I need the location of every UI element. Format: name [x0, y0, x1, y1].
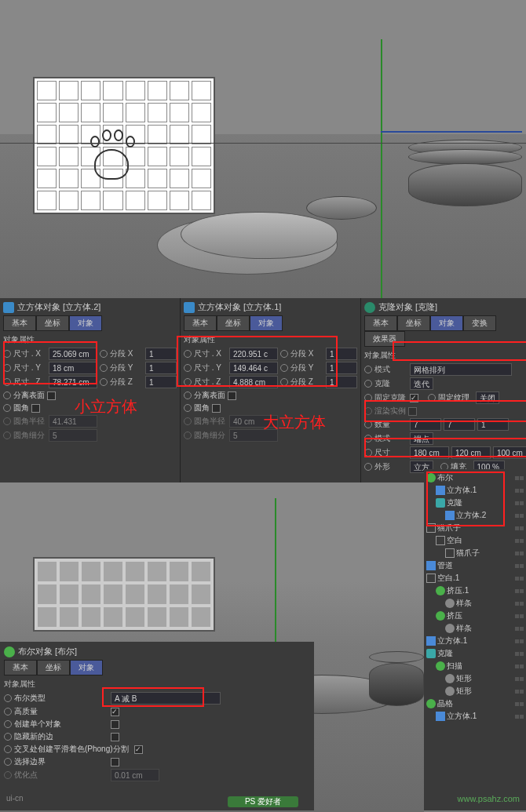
- seg-y-input[interactable]: [145, 362, 177, 374]
- tree-item-icon: [426, 523, 436, 533]
- size-x-input[interactable]: [49, 348, 97, 360]
- size-y-input[interactable]: [451, 446, 491, 459]
- tree-item-label: 矩形: [456, 686, 472, 697]
- seg-z-input[interactable]: [326, 376, 357, 388]
- size-x-input[interactable]: [229, 348, 278, 360]
- tree-item[interactable]: 空白: [426, 534, 524, 547]
- tab-basic[interactable]: 基本: [4, 660, 37, 675]
- tree-item-icon: [445, 674, 455, 683]
- tree-item[interactable]: 立方体.1: [426, 484, 524, 497]
- seg-y-input[interactable]: [326, 362, 357, 374]
- fixtex-select[interactable]: 关闭: [476, 391, 499, 404]
- clone-select[interactable]: 迭代: [410, 377, 433, 390]
- hide-checkbox[interactable]: [111, 733, 119, 741]
- seg-x-input[interactable]: [326, 348, 357, 360]
- phong-checkbox[interactable]: [134, 745, 143, 754]
- tree-item-label: 矩形: [456, 673, 472, 684]
- tree-item-icon: [436, 586, 445, 595]
- selbound-checkbox[interactable]: [111, 758, 119, 766]
- tree-item-icon: [436, 486, 445, 495]
- bowl-shape: [408, 140, 522, 206]
- panel-cube-small: 立方体对象 [立方体.2] 基本 坐标 对象 对象属性 尺寸 . X分段 X 尺…: [0, 298, 181, 482]
- panel-title: 布尔对象 [布尔]: [18, 646, 77, 657]
- tree-item-label: 立方体.1: [447, 711, 477, 722]
- booltype-select[interactable]: A 减 B: [111, 692, 221, 705]
- attribute-panels: 立方体对象 [立方体.2] 基本 坐标 对象 对象属性 尺寸 . X分段 X 尺…: [0, 298, 526, 482]
- tree-item[interactable]: 扫描: [426, 660, 524, 672]
- fillet-sub-input: [49, 429, 97, 442]
- tab-basic[interactable]: 基本: [184, 315, 217, 331]
- tree-item[interactable]: 布尔: [426, 472, 524, 484]
- single-checkbox[interactable]: [111, 720, 119, 729]
- viewport-top[interactable]: [0, 0, 526, 298]
- tree-item[interactable]: 克隆: [426, 647, 524, 660]
- count-z-input[interactable]: [477, 418, 509, 431]
- tree-item[interactable]: 立方体.2: [426, 509, 524, 522]
- tree-item-icon: [426, 636, 436, 646]
- size-z-input[interactable]: [229, 376, 278, 388]
- count-y-input[interactable]: [444, 418, 475, 431]
- tab-coord[interactable]: 坐标: [217, 315, 250, 331]
- size-y-input[interactable]: [49, 362, 97, 374]
- tree-item[interactable]: 晶格: [426, 697, 524, 710]
- tab-object[interactable]: 对象: [250, 315, 283, 331]
- tab-coord[interactable]: 坐标: [37, 660, 70, 675]
- object-manager[interactable]: 布尔立方体.1克隆立方体.2猫爪子空白猫爪子管道空白.1挤压.1样条挤压样条立方…: [424, 469, 526, 810]
- tree-item[interactable]: 挤压.1: [426, 584, 524, 597]
- tree-item[interactable]: 管道: [426, 559, 524, 572]
- section-label: 对象属性: [3, 334, 177, 345]
- tree-item[interactable]: 猫爪子: [426, 547, 524, 559]
- tree-item-label: 管道: [437, 560, 453, 571]
- separate-checkbox[interactable]: [228, 391, 236, 400]
- tree-item[interactable]: 猫爪子: [426, 522, 524, 534]
- size-x-input[interactable]: [410, 446, 449, 459]
- tab-basic[interactable]: 基本: [364, 315, 397, 331]
- tree-item[interactable]: 立方体.1: [426, 710, 524, 723]
- tab-basic[interactable]: 基本: [3, 315, 36, 331]
- tree-item[interactable]: 克隆: [426, 497, 524, 509]
- tree-item[interactable]: 样条: [426, 622, 524, 635]
- tree-item[interactable]: 样条: [426, 597, 524, 610]
- section-label: 对象属性: [364, 350, 526, 361]
- watermark-left: ui-cn: [6, 794, 24, 803]
- mode-select[interactable]: 网格排列: [410, 363, 512, 376]
- tab-transform[interactable]: 变换: [463, 315, 496, 331]
- seg-x-input[interactable]: [145, 348, 177, 360]
- tree-item[interactable]: 挤压: [426, 610, 524, 622]
- tab-effector[interactable]: 效果器: [364, 331, 405, 347]
- tree-item[interactable]: 空白.1: [426, 572, 524, 584]
- tree-item-icon: [426, 699, 436, 708]
- tree-item[interactable]: 立方体.1: [426, 635, 524, 647]
- tab-coord[interactable]: 坐标: [397, 315, 430, 331]
- seg-z-input[interactable]: [145, 376, 177, 388]
- separate-checkbox[interactable]: [47, 391, 56, 400]
- tree-item[interactable]: 矩形: [426, 685, 524, 697]
- hq-checkbox[interactable]: [111, 708, 119, 716]
- fixclone-checkbox[interactable]: [410, 394, 418, 402]
- size-y-input[interactable]: [229, 362, 278, 374]
- cube-icon: [3, 302, 14, 313]
- axis-z: [381, 131, 522, 133]
- panel-clone: 克隆对象 [克隆] 基本 坐标 对象 变换 效果器 对象属性 模式网格排列 克隆…: [361, 298, 526, 482]
- size-z-input[interactable]: [49, 376, 97, 388]
- tree-item-icon: [445, 548, 455, 558]
- axis-y: [381, 39, 382, 298]
- tree-item-label: 样条: [456, 598, 472, 609]
- tree-item-icon: [445, 511, 455, 520]
- tree-item[interactable]: 矩形: [426, 672, 524, 685]
- bool-icon: [4, 646, 15, 657]
- tab-object[interactable]: 对象: [70, 660, 103, 675]
- mode2-select[interactable]: 端点: [410, 432, 433, 445]
- fillet-checkbox[interactable]: [212, 404, 221, 413]
- tree-item-icon: [426, 561, 436, 570]
- size-z-input[interactable]: [493, 446, 526, 459]
- tree-item-label: 扫描: [447, 661, 462, 672]
- panel-title: 立方体对象 [立方体.1]: [198, 301, 281, 313]
- tree-item-label: 立方体.1: [437, 635, 467, 646]
- tab-object[interactable]: 对象: [430, 315, 463, 331]
- tab-coord[interactable]: 坐标: [36, 315, 69, 331]
- fillet-checkbox[interactable]: [31, 404, 40, 413]
- count-x-input[interactable]: [410, 418, 441, 431]
- tree-item-icon: [426, 649, 436, 658]
- tab-object[interactable]: 对象: [69, 315, 102, 331]
